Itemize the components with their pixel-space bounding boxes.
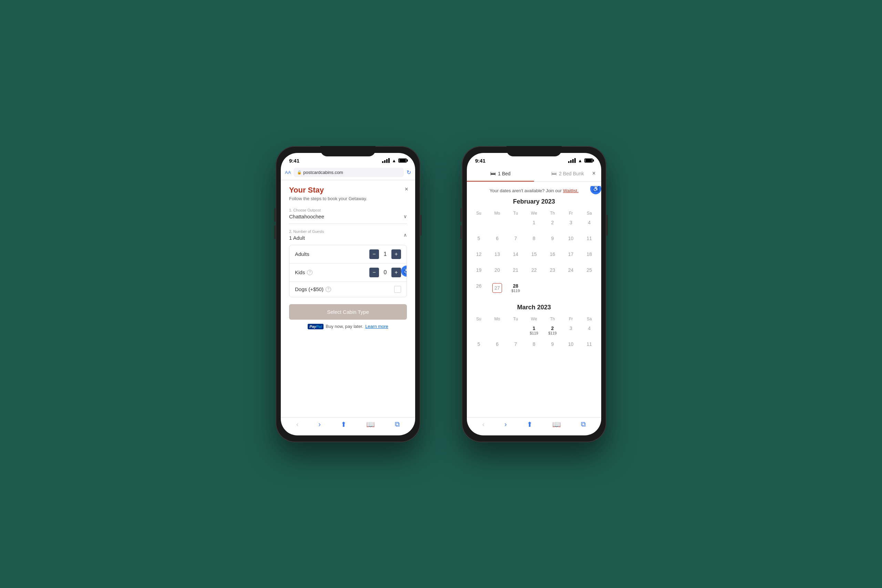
dogs-label: Dogs (+$50) ? <box>295 286 331 292</box>
power-btn[interactable] <box>606 215 608 236</box>
adults-value: 1 <box>382 251 388 257</box>
guests-section-label: 2. Number of Guests <box>289 230 324 234</box>
mar-day-3[interactable]: 3 <box>562 324 580 339</box>
guests-count: 1 Adult <box>289 235 324 241</box>
bookmarks-btn[interactable]: 📖 <box>366 420 375 429</box>
mar-day-10[interactable]: 10 <box>562 340 580 355</box>
guests-section: 2. Number of Guests 1 Adult ∧ ♿ Adults − <box>289 230 407 297</box>
feb-day-24[interactable]: 24 <box>562 266 580 281</box>
feb-day-1[interactable]: 1 <box>525 218 543 234</box>
mar-day-7[interactable]: 7 <box>507 340 525 355</box>
tab-1-bed[interactable]: 🛏 1 Bed <box>467 166 534 182</box>
feb-day-21[interactable]: 21 <box>507 266 525 281</box>
mar-day-8[interactable]: 8 <box>525 340 543 355</box>
feb-day-6[interactable]: 6 <box>488 234 506 249</box>
adults-counter: − 1 + <box>369 249 401 259</box>
feb-day-26[interactable]: 26 <box>470 282 488 297</box>
mar-day-9[interactable]: 9 <box>543 340 562 355</box>
mar-day-6[interactable]: 6 <box>488 340 506 355</box>
feb-day-22[interactable]: 22 <box>525 266 543 281</box>
share-btn[interactable]: ⬆ <box>527 420 532 429</box>
feb-day-15[interactable]: 15 <box>525 250 543 265</box>
feb-day-28[interactable]: 28$119 <box>507 282 525 297</box>
feb-day-13[interactable]: 13 <box>488 250 506 265</box>
empty-cell <box>488 324 506 339</box>
forward-btn[interactable]: › <box>504 420 507 428</box>
dogs-info-icon[interactable]: ? <box>326 286 331 292</box>
feb-day-27-today[interactable]: 27 <box>488 282 506 297</box>
mar-day-4[interactable]: 4 <box>580 324 598 339</box>
browser-bar: AA 🔒 postcardcabins.com ↻ <box>281 166 415 180</box>
feb-day-5[interactable]: 5 <box>470 234 488 249</box>
outpost-section: 1. Choose Outpost Chattahoochee ∨ <box>289 208 407 224</box>
feb-day-3[interactable]: 3 <box>562 218 580 234</box>
feb-day-16[interactable]: 16 <box>543 250 562 265</box>
feb-day-14[interactable]: 14 <box>507 250 525 265</box>
day-we: We <box>525 209 543 217</box>
guests-header[interactable]: 2. Number of Guests 1 Adult ∧ <box>289 230 407 241</box>
back-btn[interactable]: ‹ <box>482 420 485 428</box>
volume-down-btn[interactable] <box>274 225 276 239</box>
empty-cell <box>507 324 525 339</box>
waitlist-link[interactable]: Waitlist. <box>563 188 579 193</box>
dogs-checkbox[interactable] <box>394 286 401 293</box>
mar-day-2[interactable]: 2$119 <box>543 324 562 339</box>
mar-day-1[interactable]: 1$119 <box>525 324 543 339</box>
right-screen: 9:41 ▲ 🛏 1 Bed 🛏 <box>467 153 601 435</box>
day-su: Su <box>470 315 488 323</box>
text-size-btn[interactable]: AA <box>285 170 291 175</box>
volume-up-btn[interactable] <box>460 208 462 222</box>
mar-day-5[interactable]: 5 <box>470 340 488 355</box>
feb-day-2[interactable]: 2 <box>543 218 562 234</box>
waitlist-text: Your dates aren't available? Join our <box>490 188 563 193</box>
day-th: Th <box>543 315 562 323</box>
select-cabin-button[interactable]: Select Cabin Type <box>289 304 407 320</box>
calendar-screen[interactable]: ♿ Your dates aren't available? Join our … <box>467 186 601 417</box>
forward-btn[interactable]: › <box>318 420 321 428</box>
adults-decrement-btn[interactable]: − <box>369 249 379 259</box>
back-btn[interactable]: ‹ <box>296 420 299 428</box>
power-btn[interactable] <box>420 215 422 236</box>
feb-day-9[interactable]: 9 <box>543 234 562 249</box>
kids-increment-btn[interactable]: + <box>392 268 401 277</box>
feb-day-4[interactable]: 4 <box>580 218 598 234</box>
adults-increment-btn[interactable]: + <box>392 249 401 259</box>
feb-day-20[interactable]: 20 <box>488 266 506 281</box>
reload-btn[interactable]: ↻ <box>406 169 411 176</box>
mar-day-11[interactable]: 11 <box>580 340 598 355</box>
day-fr: Fr <box>562 315 580 323</box>
feb-day-17[interactable]: 17 <box>562 250 580 265</box>
tabs-btn[interactable]: ⧉ <box>395 420 400 428</box>
feb-day-23[interactable]: 23 <box>543 266 562 281</box>
bookmarks-btn[interactable]: 📖 <box>552 420 561 429</box>
day-th: Th <box>543 209 562 217</box>
tab-2-bed-bunk[interactable]: 🛏 2 Bed Bunk × <box>534 166 601 182</box>
wifi-icon: ▲ <box>392 158 396 163</box>
feb-day-10[interactable]: 10 <box>562 234 580 249</box>
tab-1-bed-label: 1 Bed <box>498 171 511 176</box>
bed-icon: 🛏 <box>490 171 496 177</box>
feb-day-25[interactable]: 25 <box>580 266 598 281</box>
feb-day-8[interactable]: 8 <box>525 234 543 249</box>
kids-info-icon[interactable]: ? <box>307 270 312 275</box>
volume-up-btn[interactable] <box>274 208 276 222</box>
kids-row: Kids ? − 0 + <box>290 264 406 282</box>
feb-day-18[interactable]: 18 <box>580 250 598 265</box>
url-bar[interactable]: 🔒 postcardcabins.com <box>294 168 404 177</box>
close-button[interactable]: × <box>592 170 596 177</box>
outpost-row[interactable]: Chattahoochee ∨ <box>289 214 407 224</box>
tabs-btn[interactable]: ⧉ <box>581 420 586 428</box>
feb-day-12[interactable]: 12 <box>470 250 488 265</box>
kids-decrement-btn[interactable]: − <box>369 268 379 277</box>
share-btn[interactable]: ⬆ <box>341 420 346 429</box>
day-su: Su <box>470 209 488 217</box>
adults-label: Adults <box>295 251 309 257</box>
feb-day-19[interactable]: 19 <box>470 266 488 281</box>
volume-down-btn[interactable] <box>460 225 462 239</box>
feb-day-7[interactable]: 7 <box>507 234 525 249</box>
outpost-value: Chattahoochee <box>289 214 324 219</box>
lock-icon: 🔒 <box>297 170 302 175</box>
feb-day-11[interactable]: 11 <box>580 234 598 249</box>
learn-more-link[interactable]: Learn more <box>365 324 388 329</box>
close-button[interactable]: × <box>405 186 408 193</box>
